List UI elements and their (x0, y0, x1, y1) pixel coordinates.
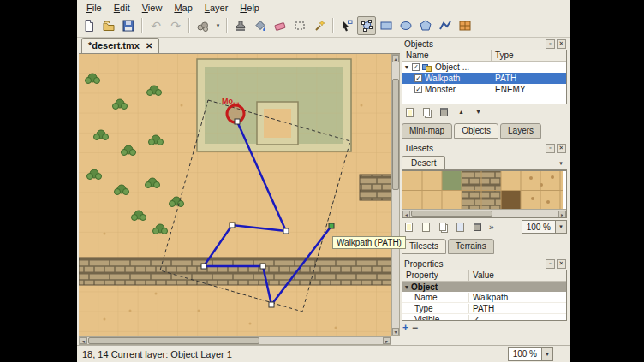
objects-dock-float-button[interactable]: ▫ (546, 39, 555, 49)
chevron-down-icon[interactable]: ▾ (555, 221, 566, 233)
insert-polygon-button[interactable] (416, 16, 435, 35)
stamp-dropdown-button[interactable]: ▾ (213, 16, 223, 35)
visibility-checkbox[interactable]: ✓ (412, 63, 420, 71)
tab-tilesets[interactable]: Tilesets (402, 239, 446, 254)
tileset-zoom-combo[interactable]: 100 % ▾ (522, 220, 567, 234)
properties-dock-float-button[interactable]: ▫ (546, 259, 555, 269)
tileset-scrollbar[interactable]: ◂ ▸ (402, 209, 566, 217)
insert-rectangle-button[interactable] (377, 16, 396, 35)
horizontal-scroll-thumb[interactable] (88, 337, 259, 344)
tilesets-dock-float-button[interactable]: ▫ (546, 144, 555, 153)
redo-button[interactable]: ↷ (166, 16, 185, 35)
document-tab-desert[interactable]: *desert.tmx ✕ (81, 38, 159, 53)
path-node-handle[interactable] (283, 228, 289, 234)
scroll-left-icon[interactable]: ◂ (80, 337, 87, 344)
path-node-handle[interactable] (260, 264, 265, 269)
edit-polygons-button[interactable] (357, 16, 376, 35)
tab-layers[interactable]: Layers (500, 123, 541, 139)
monster-row[interactable]: ✓ Monster ENEMY (402, 84, 566, 95)
menu-edit[interactable]: Edit (108, 2, 136, 14)
tileset-scroll-thumb[interactable] (411, 211, 492, 217)
path-node-handle[interactable] (201, 264, 206, 269)
map-canvas[interactable]: Mo... (79, 54, 391, 336)
path-node-handle[interactable] (329, 223, 334, 228)
scroll-right-icon[interactable]: ▸ (558, 211, 566, 217)
property-row-name[interactable]: Name Walkpath (402, 292, 566, 303)
tileset-menu-button[interactable]: ▾ (555, 157, 567, 169)
map-area[interactable]: Mo... (79, 54, 391, 336)
duplicate-object-button[interactable] (420, 106, 434, 119)
lower-object-button[interactable]: ▾ (471, 106, 486, 119)
tile-stamp-button[interactable] (194, 16, 212, 35)
scroll-down-icon[interactable]: ▾ (392, 328, 399, 335)
zoom-combo[interactable]: 100 % ▾ (508, 347, 553, 361)
magic-wand-button[interactable] (310, 16, 329, 35)
vertical-scroll-thumb[interactable] (392, 79, 399, 190)
tab-mini-map[interactable]: Mini-map (402, 123, 452, 139)
add-property-button[interactable]: + (402, 323, 408, 332)
map-vertical-scrollbar[interactable]: ▴ ▾ (391, 54, 400, 336)
tileset-tab-desert[interactable]: Desert (402, 156, 445, 169)
insert-polyline-button[interactable] (436, 16, 455, 35)
tab-terrains[interactable]: Terrains (448, 239, 494, 254)
scroll-left-icon[interactable]: ◂ (402, 211, 410, 217)
menu-view[interactable]: View (136, 2, 169, 14)
objects-dock-close-button[interactable]: ✕ (557, 39, 566, 49)
column-name[interactable]: Name (402, 50, 492, 61)
chevron-down-icon[interactable]: ▾ (541, 348, 552, 360)
delete-tileset-button[interactable] (470, 221, 485, 234)
menu-help[interactable]: Help (234, 2, 265, 14)
path-node-handle[interactable] (230, 223, 235, 228)
map-horizontal-scrollbar[interactable]: ◂ ▸ (79, 336, 391, 345)
open-file-button[interactable] (99, 16, 118, 35)
raise-object-button[interactable]: ▴ (454, 106, 468, 119)
toolbar-overflow-icon[interactable]: » (487, 223, 496, 232)
property-row-visible[interactable]: Visible ✓ (402, 314, 566, 321)
visibility-checkbox[interactable]: ✓ (414, 86, 422, 93)
column-value[interactable]: Value (469, 270, 566, 281)
property-value[interactable]: PATH (469, 304, 566, 313)
undo-button[interactable]: ↶ (146, 16, 165, 35)
path-node-handle[interactable] (235, 119, 240, 124)
property-group-row[interactable]: ▼ Object (402, 282, 566, 292)
new-map-button[interactable] (80, 16, 98, 35)
rectangular-select-button[interactable] (290, 16, 309, 35)
stamp-brush-button[interactable] (231, 16, 250, 35)
property-value[interactable]: Walkpath (469, 293, 566, 302)
close-document-icon[interactable]: ✕ (146, 41, 152, 50)
add-object-button[interactable] (402, 106, 417, 119)
path-node-handle[interactable] (269, 302, 274, 307)
scroll-right-icon[interactable]: ▸ (383, 337, 391, 344)
object-layer-row[interactable]: ▼ ✓ Object ... (402, 62, 566, 73)
bucket-fill-button[interactable] (251, 16, 270, 35)
visibility-checkbox[interactable]: ✓ (414, 74, 422, 82)
insert-tile-object-button[interactable] (456, 16, 474, 35)
eraser-button[interactable] (271, 16, 289, 35)
column-type[interactable]: Type (492, 50, 566, 61)
import-tileset-button[interactable] (419, 221, 433, 234)
expander-icon[interactable]: ▼ (402, 284, 411, 290)
tilesets-dock-close-button[interactable]: ✕ (557, 144, 566, 153)
save-button[interactable] (119, 16, 138, 35)
column-property[interactable]: Property (402, 270, 469, 281)
tileset-image[interactable] (402, 171, 564, 210)
tileset-view[interactable]: ◂ ▸ (402, 170, 567, 218)
property-value[interactable]: ✓ (469, 315, 566, 322)
export-tileset-button[interactable] (436, 221, 450, 234)
tileset-properties-button[interactable] (453, 221, 468, 234)
property-row-type[interactable]: Type PATH (402, 303, 566, 314)
scroll-up-icon[interactable]: ▴ (392, 55, 399, 62)
walkpath-row[interactable]: ✓ Walkpath PATH (402, 73, 566, 84)
properties-dock-close-button[interactable]: ✕ (557, 259, 566, 269)
expander-icon[interactable]: ▼ (402, 64, 411, 70)
remove-object-button[interactable] (437, 106, 451, 119)
select-objects-button[interactable] (337, 16, 356, 35)
menu-map[interactable]: Map (168, 2, 198, 14)
insert-ellipse-button[interactable] (397, 16, 415, 35)
new-tileset-button[interactable] (402, 221, 416, 234)
tab-objects[interactable]: Objects (454, 123, 498, 139)
menu-layer[interactable]: Layer (199, 2, 235, 14)
remove-property-button[interactable]: − (412, 323, 418, 332)
menu-file[interactable]: File (80, 2, 108, 14)
tileset-tabbar: Desert ▾ (402, 155, 567, 170)
